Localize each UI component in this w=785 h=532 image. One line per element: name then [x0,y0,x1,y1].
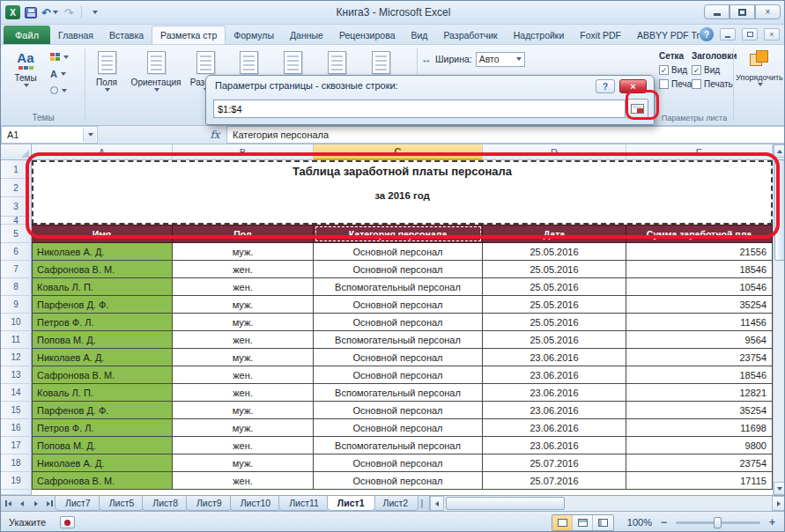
cell-sum-row7[interactable]: 18546 [626,261,773,278]
sheet-tab-Лист7[interactable]: Лист7 [55,496,101,511]
select-all-corner[interactable] [1,144,32,160]
cell-sum-row16[interactable]: 11698 [626,419,773,437]
cell-gender-row15[interactable]: муж. [173,402,314,419]
help-button[interactable]: ? [700,27,714,41]
zoom-in-button[interactable]: + [766,516,778,528]
horizontal-scroll-thumb[interactable] [446,497,565,510]
cell-name-row15[interactable]: Парфенов Д. Ф. [32,402,173,419]
zoom-slider[interactable] [676,521,760,524]
formula-input[interactable]: Категория персонала [226,126,785,144]
zoom-out-button[interactable]: − [658,516,670,528]
prev-sheet-button[interactable] [15,496,29,511]
cell-date-row17[interactable]: 23.06.2016 [483,437,626,454]
cell-category-row12[interactable]: Основной персонал [314,349,483,366]
cell-name-row12[interactable]: Николаев А. Д. [32,349,173,366]
merged-title-cell[interactable] [32,217,773,225]
sheet-tab-Лист11[interactable]: Лист11 [278,496,330,511]
row-header-13[interactable]: 13 [1,366,32,384]
cell-sum-row12[interactable]: 23754 [626,349,773,366]
row-header-18[interactable]: 18 [1,454,32,472]
cell-gender-row18[interactable]: муж. [173,454,314,472]
cell-category-row8[interactable]: Вспомогательный персонал [314,278,483,296]
cell-date-row10[interactable]: 25.05.2016 [483,314,626,331]
cell-date-row9[interactable]: 25.05.2016 [483,296,626,314]
cell-category-row6[interactable]: Основной персонал [314,243,483,261]
ribbon-tab-ABBYY PDF Tr[interactable]: ABBYY PDF Tr [629,26,707,44]
vertical-scroll-track[interactable] [774,158,785,482]
insert-function-button[interactable]: fx [204,126,226,144]
cell-gender-row12[interactable]: муж. [173,349,314,366]
row-header-14[interactable]: 14 [1,384,32,402]
row-header-4[interactable]: 4 [1,217,32,225]
ribbon-tab-Вставка[interactable]: Вставка [101,26,152,44]
arrange-button[interactable]: Упорядочить [735,46,784,113]
cell-name-row18[interactable]: Николаев А. Д. [32,454,173,472]
cell-sum-row6[interactable]: 21556 [626,243,773,261]
cell-sum-row10[interactable]: 11456 [626,314,773,331]
checkbox-unchecked-icon[interactable] [692,79,701,89]
sheet-tab-Лист8[interactable]: Лист8 [142,496,189,511]
page-layout-view-button[interactable] [573,515,593,530]
cell-date-row7[interactable]: 25.05.2016 [483,261,626,278]
scroll-up-button[interactable] [774,144,785,158]
cell-sum-row19[interactable]: 17115 [626,472,773,490]
row-header-15[interactable]: 15 [1,402,32,419]
cell-gender-row11[interactable]: жен. [173,331,314,349]
undo-button[interactable]: ↶ [41,4,58,20]
cell-category-row7[interactable]: Основной персонал [314,261,483,278]
cell-name-row7[interactable]: Сафронова В. М. [32,261,173,278]
cell-sum-row14[interactable]: 12821 [626,384,773,402]
table-header-cell-date[interactable]: Дата [483,225,626,243]
cell-date-row13[interactable]: 23.06.2016 [483,366,626,384]
cell-category-row16[interactable]: Основной персонал [314,419,483,437]
row-header-5[interactable]: 5 [1,225,32,243]
rows-to-repeat-input[interactable] [213,100,626,118]
cell-sum-row9[interactable]: 35254 [626,296,773,314]
table-header-cell-name[interactable]: Имя [32,225,173,243]
column-header-C[interactable]: C [314,144,483,160]
cell-category-row13[interactable]: Основной персонал [314,366,483,384]
horizontal-scrollbar[interactable] [429,496,785,511]
cell-gender-row6[interactable]: муж. [173,243,314,261]
sheet-tab-Лист1[interactable]: Лист1 [327,496,375,511]
sheet-tab-Лист5[interactable]: Лист5 [99,496,145,511]
cell-sum-row8[interactable]: 10546 [626,278,773,296]
ribbon-tab-Файл[interactable]: Файл [4,26,50,44]
orientation-button[interactable]: Ориентация [129,47,183,114]
ribbon-tab-Разметка стр[interactable]: Разметка стр [152,26,226,44]
cell-name-row10[interactable]: Петров Ф. Л. [32,314,173,331]
cell-date-row12[interactable]: 23.06.2016 [483,349,626,366]
cell-gender-row9[interactable]: муж. [173,296,314,314]
table-header-cell-category[interactable]: Категория персонала [314,225,483,243]
cell-gender-row16[interactable]: муж. [173,419,314,437]
checkbox-unchecked-icon[interactable] [659,79,669,89]
cell-name-row14[interactable]: Коваль Л. П. [32,384,173,402]
ribbon-tab-Рецензирова[interactable]: Рецензирова [331,26,404,44]
sheet-tab-Лист9[interactable]: Лист9 [186,496,233,511]
cell-date-row16[interactable]: 23.06.2016 [483,419,626,437]
cell-category-row19[interactable]: Основной персонал [314,472,483,490]
ribbon-tab-Разработчик[interactable]: Разработчик [435,26,505,44]
cell-category-row9[interactable]: Основной персонал [314,296,483,314]
cell-gender-row8[interactable]: жен. [173,278,314,296]
theme-colors-button[interactable] [48,49,78,64]
row-header-2[interactable]: 2 [1,179,32,197]
cell-category-row18[interactable]: Основной персонал [314,454,483,472]
row-header-8[interactable]: 8 [1,278,32,296]
row-header-11[interactable]: 11 [1,331,32,349]
vertical-scroll-thumb[interactable] [774,159,785,261]
table-header-cell-gender[interactable]: Пол [173,225,314,243]
cell-gender-row7[interactable]: жен. [173,261,314,278]
macro-record-button[interactable] [60,516,75,528]
row-header-12[interactable]: 12 [1,349,32,366]
name-box[interactable]: A1 [1,126,98,144]
cell-date-row15[interactable]: 23.06.2016 [483,402,626,419]
workbook-minimize-button[interactable] [720,28,736,41]
merged-title-cell[interactable] [32,179,773,197]
cell-category-row17[interactable]: Вспомогательный персонал [314,437,483,454]
cell-gender-row14[interactable]: жен. [173,384,314,402]
cell-date-row14[interactable]: 23.06.2016 [483,384,626,402]
close-button[interactable]: × [755,4,781,19]
themes-button[interactable]: Аа Темы [6,47,45,114]
excel-app-icon[interactable]: X [5,5,20,19]
